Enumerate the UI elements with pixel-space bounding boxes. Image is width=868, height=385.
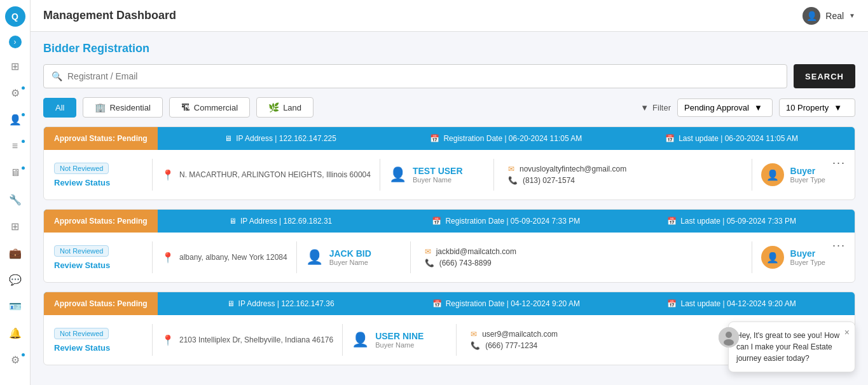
chat-message: Hey, It's great to see you! How can I ma… bbox=[736, 331, 839, 363]
sidebar-item-users[interactable]: 👤 bbox=[4, 108, 27, 131]
buyer-type-label-0: Buyer Type bbox=[790, 176, 825, 184]
sidebar-item-tools[interactable]: 🔧 bbox=[4, 188, 27, 211]
phone-value-1: (666) 743-8899 bbox=[439, 259, 492, 267]
email-row-1: ✉ jackbid@mailcatch.com bbox=[425, 247, 743, 256]
chat-icon: 💬 bbox=[9, 274, 22, 286]
divider2-1 bbox=[296, 241, 297, 273]
buyer-icon-2: 👤 bbox=[352, 332, 369, 348]
blocks-icon: ⊞ bbox=[11, 220, 19, 233]
location-section-1: 📍 albany, albany, New York 12084 bbox=[162, 252, 287, 264]
search-button[interactable]: SEARCH bbox=[794, 64, 855, 88]
location-pin-icon-1: 📍 bbox=[162, 252, 174, 264]
tab-land[interactable]: 🌿 Land bbox=[256, 97, 313, 118]
ip-icon-0: 🖥 bbox=[224, 134, 232, 143]
chat-close-button[interactable]: × bbox=[844, 326, 850, 339]
sidebar: Q › ⊞ ⚙ 👤 ≡ 🖥 🔧 ⊞ 💼 💬 🪪 🔔 ⚙ bbox=[0, 0, 31, 385]
email-icon-0: ✉ bbox=[508, 165, 514, 173]
sidebar-item-list[interactable]: ≡ bbox=[4, 135, 27, 158]
card-header-0: Approval Status: Pending 🖥 IP Address | … bbox=[44, 127, 855, 150]
bidder-registration-heading: Bidder Registration bbox=[43, 42, 855, 55]
sidebar-expand-btn[interactable]: › bbox=[9, 36, 22, 48]
tab-residential-label: Residential bbox=[109, 103, 150, 112]
more-options-1[interactable]: ··· bbox=[832, 239, 846, 252]
filter-icon: ▼ bbox=[640, 103, 649, 112]
approval-filter-select[interactable]: Pending Approval ▼ bbox=[677, 98, 773, 117]
search-row: 🔍 SEARCH bbox=[43, 64, 855, 88]
property-filter-select[interactable]: 10 Property ▼ bbox=[779, 98, 855, 117]
divider1-0 bbox=[152, 159, 153, 191]
commercial-icon: 🏗 bbox=[181, 102, 190, 112]
tab-residential[interactable]: 🏢 Residential bbox=[83, 97, 162, 118]
search-input-wrapper: 🔍 bbox=[43, 64, 787, 88]
email-value-0: novusloyaltyfintech@gmail.com bbox=[520, 165, 626, 173]
phone-icon-1: 📞 bbox=[425, 259, 434, 267]
contact-section-2: ✉ user9@mailcatch.com 📞 (666) 777-1234 bbox=[465, 330, 742, 350]
phone-value-2: (666) 777-1234 bbox=[485, 341, 537, 350]
property-filter-chevron: ▼ bbox=[834, 103, 842, 112]
reg-date-0: 📅 Registration Date | 06-20-2024 11:05 A… bbox=[393, 134, 619, 143]
monitor-icon: 🖥 bbox=[10, 167, 20, 179]
divider2-2 bbox=[342, 324, 343, 356]
app-logo[interactable]: Q bbox=[5, 6, 25, 27]
location-text-2: 2103 Intelliplex Dr, Shelbyville, Indian… bbox=[179, 334, 333, 346]
buyer-type-avatar-icon-0: 👤 bbox=[766, 169, 779, 181]
tab-all[interactable]: All bbox=[43, 98, 76, 118]
sidebar-item-chat[interactable]: 💬 bbox=[4, 268, 27, 291]
phone-value-0: (813) 027-1574 bbox=[523, 176, 575, 185]
land-icon: 🌿 bbox=[268, 102, 279, 112]
tools-icon: 🔧 bbox=[9, 194, 22, 206]
review-status-link-0[interactable]: Review Status bbox=[54, 178, 143, 187]
tab-land-label: Land bbox=[283, 103, 301, 112]
cal-icon-2: 📅 bbox=[432, 299, 442, 308]
search-input[interactable] bbox=[67, 71, 779, 81]
registration-card-0: Approval Status: Pending 🖥 IP Address | … bbox=[43, 126, 855, 200]
email-row-2: ✉ user9@mailcatch.com bbox=[471, 330, 742, 339]
more-options-0[interactable]: ··· bbox=[832, 156, 846, 170]
last-update-2: 📅 Last update | 04-12-2024 9:20 AM bbox=[619, 299, 844, 308]
filter-text: Filter bbox=[652, 103, 671, 112]
reg-date-1: 📅 Registration Date | 05-09-2024 7:33 PM bbox=[393, 217, 619, 226]
sidebar-item-settings[interactable]: ⚙ bbox=[4, 81, 27, 104]
review-status-link-2[interactable]: Review Status bbox=[54, 343, 143, 353]
search-icon: 🔍 bbox=[52, 71, 62, 81]
last-update-1: 📅 Last update | 05-09-2024 7:33 PM bbox=[619, 217, 844, 226]
buyer-info-0: TEST USER Buyer Name bbox=[413, 166, 463, 184]
registration-card-1: Approval Status: Pending 🖥 IP Address | … bbox=[43, 209, 855, 283]
property-filter-value: 10 Property bbox=[786, 103, 829, 112]
bell-icon: 🔔 bbox=[9, 327, 22, 339]
buyer-section-2: 👤 USER NINE Buyer Name bbox=[352, 331, 447, 349]
user-icon: 👤 bbox=[9, 114, 22, 126]
buyer-name-label-0: Buyer Name bbox=[413, 176, 463, 184]
sidebar-item-blocks[interactable]: ⊞ bbox=[4, 215, 27, 238]
tab-commercial[interactable]: 🏗 Commercial bbox=[169, 97, 250, 118]
buyer-icon-0: 👤 bbox=[389, 166, 406, 183]
ip-icon-2: 🖥 bbox=[227, 299, 235, 308]
review-section-2: Not Reviewed Review Status bbox=[54, 328, 143, 353]
review-status-link-1[interactable]: Review Status bbox=[54, 260, 143, 270]
buyer-name-2: USER NINE bbox=[375, 331, 424, 341]
user-menu[interactable]: 👤 Real ▼ bbox=[803, 7, 855, 25]
not-reviewed-badge-0: Not Reviewed bbox=[54, 163, 109, 174]
tab-commercial-label: Commercial bbox=[194, 103, 238, 112]
id-icon: 🪪 bbox=[9, 301, 22, 313]
email-icon-2: ✉ bbox=[471, 330, 477, 339]
sidebar-item-home[interactable]: ⊞ bbox=[4, 55, 27, 78]
buyer-type-avatar-0: 👤 bbox=[761, 163, 784, 186]
not-reviewed-badge-1: Not Reviewed bbox=[54, 245, 109, 257]
sidebar-item-monitor[interactable]: 🖥 bbox=[4, 161, 27, 184]
last-update-0: 📅 Last update | 06-20-2024 11:05 AM bbox=[619, 134, 844, 143]
divider3-2 bbox=[456, 324, 457, 356]
sidebar-item-briefcase[interactable]: 💼 bbox=[4, 241, 27, 264]
buyer-name-1: JACK BID bbox=[329, 248, 371, 259]
divider3-1 bbox=[410, 241, 411, 273]
buyer-type-info-1: Buyer Buyer Type bbox=[790, 248, 825, 266]
phone-icon-2: 📞 bbox=[471, 341, 480, 350]
sidebar-item-bell[interactable]: 🔔 bbox=[4, 321, 27, 344]
buyer-section-0: 👤 TEST USER Buyer Name bbox=[389, 166, 485, 184]
update-cal-icon-1: 📅 bbox=[667, 217, 677, 226]
buyer-type-info-0: Buyer Buyer Type bbox=[790, 166, 825, 184]
sidebar-item-settings2[interactable]: ⚙ bbox=[4, 348, 27, 371]
buyer-info-1: JACK BID Buyer Name bbox=[329, 248, 371, 266]
sidebar-item-id[interactable]: 🪪 bbox=[4, 295, 27, 318]
ip-address-2: 🖥 IP Address | 122.162.147.36 bbox=[168, 299, 394, 308]
